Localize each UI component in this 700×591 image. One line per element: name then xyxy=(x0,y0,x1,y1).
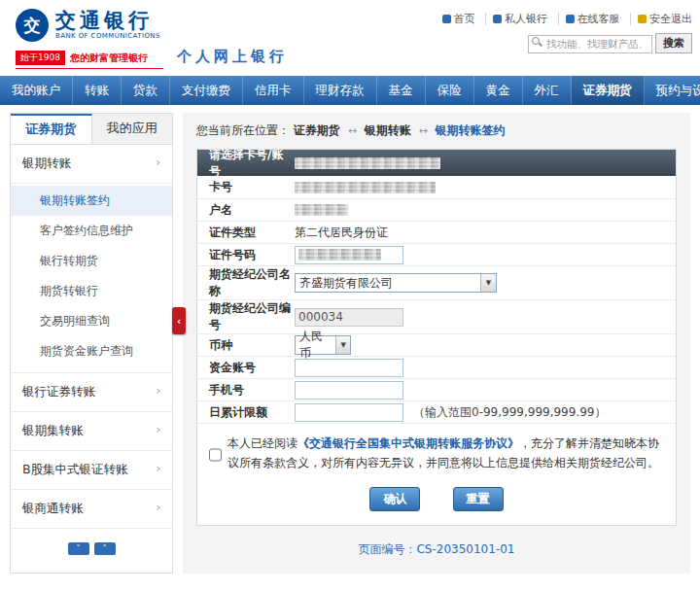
field-label: 户名 xyxy=(197,202,295,219)
bank-logo[interactable]: 交 交通银行 BANK OF COMMUNICATIONS xyxy=(16,9,160,42)
form-row-broker-name: 期货经纪公司名称 齐盛期货有限公司 ▼ xyxy=(197,265,676,299)
breadcrumb-separator-icon: ↔ xyxy=(348,124,357,137)
breadcrumb-item: 证券期货 xyxy=(294,123,340,137)
daily-limit-input[interactable] xyxy=(295,403,403,422)
bank-names: 交通银行 BANK OF COMMUNICATIONS xyxy=(55,9,160,40)
nav-item-my-accounts[interactable]: 我的账户 xyxy=(0,76,73,105)
sidebar-item-signup-info-maintenance[interactable]: 客户签约信息维护 xyxy=(11,216,172,246)
currency-value: 人民币 xyxy=(299,329,332,362)
dropdown-arrow-icon: ▼ xyxy=(480,274,496,292)
chevron-right-icon: › xyxy=(156,384,160,400)
signup-form: 请选择卡号/账号 卡号 户名 证件类型 第二代居民身份证 证件号码 xyxy=(196,149,677,526)
form-row-fund-account: 资金账号 xyxy=(197,356,676,378)
mobile-input[interactable] xyxy=(295,381,403,400)
id-type-value: 第二代居民身份证 xyxy=(295,225,388,241)
confirm-button[interactable]: 确认 xyxy=(369,487,420,511)
fund-account-input[interactable] xyxy=(295,359,403,377)
search-input[interactable] xyxy=(528,35,652,53)
quick-link-logout[interactable]: 安全退出 xyxy=(630,13,692,25)
sidebar-group-bank-merchant-transfer[interactable]: 银商通转账 › xyxy=(11,490,172,529)
sidebar-item-transaction-detail-query[interactable]: 交易明细查询 xyxy=(11,306,172,336)
sidebar-submenu: 银期转账签约 客户签约信息维护 银行转期货 期货转银行 交易明细查询 期货资金账… xyxy=(11,184,172,373)
agreement-link[interactable]: 《交通银行全国集中式银期转账服务协议》 xyxy=(298,436,519,450)
chevron-right-icon: › xyxy=(156,462,160,478)
customer-service-icon xyxy=(566,15,575,23)
nav-item-wealth-deposits[interactable]: 理财存款 xyxy=(304,76,377,105)
bank-logo-icon: 交 xyxy=(16,9,49,42)
form-row-id-type: 证件类型 第二代居民身份证 xyxy=(197,221,676,243)
search-icon xyxy=(532,37,540,45)
agreement-checkbox[interactable] xyxy=(209,436,222,473)
main-nav: 我的账户 转账 贷款 支付缴费 信用卡 理财存款 基金 保险 黄金 外汇 证券期… xyxy=(0,76,700,105)
id-number-input xyxy=(295,246,403,264)
page-header: 交 交通银行 BANK OF COMMUNICATIONS 始于1908 您的财… xyxy=(0,0,700,76)
card-select-row: 请选择卡号/账号 xyxy=(197,150,676,176)
nav-item-loans[interactable]: 贷款 xyxy=(122,76,170,105)
group-label: 银商通转账 xyxy=(22,501,84,517)
field-label: 卡号 xyxy=(197,179,295,195)
quick-links: 首页 私人银行 在线客服 安全退出 xyxy=(442,12,693,26)
quick-link-home[interactable]: 首页 xyxy=(442,13,475,25)
chevron-right-icon: › xyxy=(156,156,160,172)
masked-id-number xyxy=(298,249,381,261)
nav-item-forex[interactable]: 外汇 xyxy=(523,76,572,105)
nav-item-securities-futures[interactable]: 证券期货 xyxy=(572,76,645,105)
agreement-text: 本人已经阅读《交通银行全国集中式银期转账服务协议》，充分了解并清楚知晓本协议所有… xyxy=(228,434,664,473)
dropdown-arrow-icon: ▼ xyxy=(335,336,350,354)
sidebar-item-bank-to-futures[interactable]: 银行转期货 xyxy=(11,246,172,276)
nav-item-credit-card[interactable]: 信用卡 xyxy=(243,76,304,105)
quick-link-logout-label: 安全退出 xyxy=(649,13,692,25)
sidebar-group-bank-futures-transfer[interactable]: 银期转账 › xyxy=(11,145,172,184)
broker-code-input xyxy=(295,308,403,327)
tab-my-apps[interactable]: 我的应用 xyxy=(92,114,173,144)
private-banking-icon xyxy=(493,15,502,23)
search-bar: 搜索 xyxy=(528,33,692,53)
scroll-up-button[interactable]: ˄ xyxy=(94,542,116,555)
nav-item-payments[interactable]: 支付缴费 xyxy=(170,76,243,105)
nav-item-transfer[interactable]: 转账 xyxy=(73,76,122,105)
group-label: 银行证券转账 xyxy=(22,384,95,400)
reset-button[interactable]: 重置 xyxy=(453,487,504,511)
lock-icon xyxy=(638,15,647,23)
form-row-daily-limit: 日累计限额 （输入范围0-99,999,999,999.99） xyxy=(197,400,676,423)
sidebar-group-bank-futures-central-transfer[interactable]: 银期集转账 › xyxy=(11,412,172,451)
quick-link-private-banking[interactable]: 私人银行 xyxy=(485,13,547,25)
tagline-text: 您的财富管理银行 xyxy=(70,52,148,65)
broker-name-select[interactable]: 齐盛期货有限公司 ▼ xyxy=(295,273,497,293)
since-1908-badge: 始于1908 xyxy=(16,51,65,65)
chevron-right-icon: › xyxy=(156,501,160,517)
sidebar-group-b-share-transfer[interactable]: B股集中式银证转账 › xyxy=(11,451,172,490)
sidebar-tabs: 证券期货 我的应用 xyxy=(11,114,172,145)
sidebar-pager: ˅ ˄ xyxy=(68,542,116,555)
sidebar-item-futures-to-bank[interactable]: 期货转银行 xyxy=(11,276,172,306)
scroll-down-button[interactable]: ˅ xyxy=(68,542,89,555)
nav-item-insurance[interactable]: 保险 xyxy=(426,76,474,105)
quick-link-customer-service[interactable]: 在线客服 xyxy=(558,13,620,25)
page: 交 交通银行 BANK OF COMMUNICATIONS 始于1908 您的财… xyxy=(0,0,700,591)
sidebar-group-bank-securities-transfer[interactable]: 银行证券转账 › xyxy=(11,373,172,412)
group-label: 银期转账 xyxy=(22,156,71,172)
field-label: 期货经纪公司编号 xyxy=(197,300,295,333)
quick-link-customer-service-label: 在线客服 xyxy=(578,13,620,25)
collapse-sidebar-tab[interactable]: ‹ xyxy=(172,307,186,334)
masked-card-number xyxy=(295,182,436,193)
sidebar-item-signup[interactable]: 银期转账签约 xyxy=(11,186,172,216)
nav-item-appointments-settings[interactable]: 预约与设置 xyxy=(645,76,700,105)
card-select-label: 请选择卡号/账号 xyxy=(197,147,295,180)
search-button[interactable]: 搜索 xyxy=(655,33,692,53)
masked-card-selector[interactable] xyxy=(295,157,440,169)
breadcrumb-prefix: 您当前所在位置： xyxy=(196,123,290,137)
home-icon xyxy=(442,15,451,23)
nav-item-gold[interactable]: 黄金 xyxy=(474,76,523,105)
sidebar-item-futures-fund-account-query[interactable]: 期货资金账户查询 xyxy=(11,336,172,366)
tab-securities-futures[interactable]: 证券期货 xyxy=(11,114,92,144)
field-label: 证件类型 xyxy=(197,225,295,241)
breadcrumb-separator-icon: ↔ xyxy=(419,124,428,137)
field-label: 资金账号 xyxy=(197,360,295,376)
main-panel: ‹ 您当前所在位置： 证券期货 ↔ 银期转账 ↔ 银期转账签约 请选择卡号/账号… xyxy=(183,113,690,574)
currency-select[interactable]: 人民币 ▼ xyxy=(295,335,351,355)
nav-item-funds[interactable]: 基金 xyxy=(377,76,426,105)
group-label: B股集中式银证转账 xyxy=(22,462,128,478)
breadcrumb-item-current: 银期转账签约 xyxy=(436,123,506,137)
bank-tagline: 始于1908 您的财富管理银行 xyxy=(16,51,163,69)
